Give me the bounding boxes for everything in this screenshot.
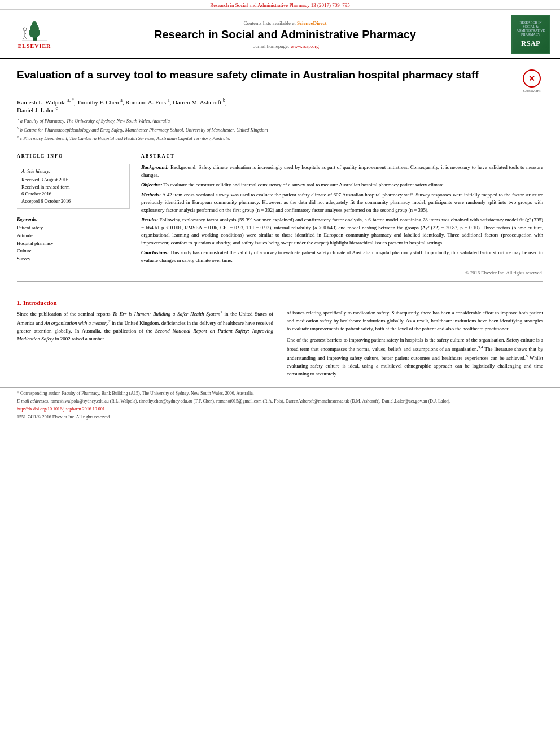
affiliation-a: a a Faculty of Pharmacy, The University … — [17, 116, 543, 125]
history-label: Article history: — [21, 168, 125, 175]
affiliation-c: c c Pharmacy Department, The Canberra Ho… — [17, 134, 543, 142]
crossmark-badge: ✕ CrossMark — [520, 69, 543, 93]
email-addresses: ramesh.walpola@sydney.edu.au (R.L. Walpo… — [51, 399, 450, 404]
intro-left-para: Since the publication of the seminal rep… — [17, 309, 273, 343]
abstract-header: ABSTRACT — [141, 152, 543, 160]
journal-top-bar: Research in Social and Administrative Ph… — [0, 0, 560, 10]
elsevier-logo: ELSEVIER — [12, 19, 57, 50]
received-revised-label: Received in revised form — [21, 184, 125, 191]
two-col-section: ARTICLE INFO Article history: Received 3… — [17, 152, 543, 276]
issn-line: 1551-7411/© 2016 Elsevier Inc. All right… — [17, 414, 543, 421]
copyright-line: © 2016 Elsevier Inc. All rights reserved… — [141, 268, 543, 276]
keyword-4: Culture — [17, 247, 130, 255]
elsevier-logo-area: ELSEVIER — [9, 15, 60, 54]
keyword-1: Patient safety — [17, 224, 130, 232]
divider-1 — [17, 147, 543, 147]
rsap-acronym: RSAP — [521, 39, 540, 48]
authors-line: Ramesh L. Walpola a, *, Timothy F. Chen … — [17, 98, 543, 113]
article-history-box: Article history: Received 3 August 2016 … — [17, 164, 130, 209]
keywords-box: Keywords: Patient safety Attitude Hospit… — [17, 213, 130, 265]
abstract-text: Background: Background: Safety climate e… — [141, 164, 543, 264]
elsevier-tree-icon — [19, 20, 50, 42]
journal-homepage: journal homepage: www.rsap.org — [251, 43, 319, 49]
article-title: Evaluation of a survey tool to measure s… — [17, 68, 514, 82]
affiliations: a a Faculty of Pharmacy, The University … — [17, 116, 543, 142]
article-info-col: ARTICLE INFO Article history: Received 3… — [17, 152, 130, 276]
abstract-conclusions: Conclusions: This study has demonstrated… — [141, 249, 543, 264]
crossmark-label: CrossMark — [523, 89, 540, 93]
doi-text[interactable]: http://dx.doi.org/10.1016/j.sapharm.2016… — [17, 407, 105, 412]
rsap-logo-text: RESEARCH IN SOCIAL & ADMINISTRATIVE PHAR… — [515, 21, 546, 37]
abstract-results: Results: Following exploratory factor an… — [141, 216, 543, 247]
sciencedirect-link-text[interactable]: ScienceDirect — [297, 20, 326, 26]
keywords-label: Keywords: — [17, 216, 130, 224]
article-info-header: ARTICLE INFO — [17, 152, 130, 160]
crossmark-icon: ✕ — [523, 69, 541, 88]
svg-line-7 — [23, 33, 25, 34]
received-date: Received 3 August 2016 — [21, 176, 125, 184]
journal-title: Research in Social and Administrative Ph… — [154, 28, 416, 41]
article-footer: * Corresponding author. Faculty of Pharm… — [0, 387, 560, 424]
keyword-3: Hospital pharmacy — [17, 240, 130, 248]
abstract-background: Background: Background: Safety climate e… — [141, 164, 543, 179]
journal-citation: Research in Social and Administrative Ph… — [210, 2, 349, 8]
abstract-col: ABSTRACT Background: Background: Safety … — [141, 152, 543, 276]
svg-point-5 — [23, 28, 27, 31]
article-title-section: Evaluation of a survey tool to measure s… — [17, 68, 543, 93]
intro-two-col: Since the publication of the seminal rep… — [17, 309, 543, 382]
abstract-objective: Objective: To evaluate the construct val… — [141, 181, 543, 189]
sciencedirect-line: Contents lists available at ScienceDirec… — [244, 20, 327, 26]
intro-right-para-2: One of the greatest barriers to improvin… — [287, 337, 543, 378]
received-revised-date: 6 October 2016 — [21, 190, 125, 198]
intro-title: 1. Introduction — [17, 299, 543, 306]
rsap-logo-area: RESEARCH IN SOCIAL & ADMINISTRATIVE PHAR… — [510, 15, 551, 54]
corresponding-note: * Corresponding author. Faculty of Pharm… — [17, 390, 543, 397]
svg-line-8 — [25, 33, 27, 34]
header-section: ELSEVIER Contents lists available at Sci… — [0, 10, 560, 59]
intro-right-col: of issues relating specifically to medic… — [287, 309, 543, 382]
svg-point-3 — [32, 21, 37, 27]
svg-line-10 — [25, 36, 27, 39]
doi-line: http://dx.doi.org/10.1016/j.sapharm.2016… — [17, 406, 543, 413]
header-center: Contents lists available at ScienceDirec… — [65, 15, 505, 54]
accepted-date: Accepted 6 October 2016 — [21, 198, 125, 205]
intro-right-para-1: of issues relating specifically to medic… — [287, 309, 543, 333]
using-text: using — [362, 363, 374, 369]
article-main: Evaluation of a survey tool to measure s… — [0, 59, 560, 292]
abstract-methods: Methods: A 42 item cross-sectional surve… — [141, 191, 543, 215]
email-label: E-mail addresses: — [17, 399, 50, 404]
intro-section: 1. Introduction Since the publication of… — [0, 292, 560, 387]
affiliation-b: b b Centre for Pharmacoepidemiology and … — [17, 125, 543, 134]
email-note: E-mail addresses: ramesh.walpola@sydney.… — [17, 398, 543, 405]
keyword-5: Survey — [17, 255, 130, 263]
page-wrapper: Research in Social and Administrative Ph… — [0, 0, 560, 424]
intro-left-col: Since the publication of the seminal rep… — [17, 309, 273, 382]
keyword-2: Attitude — [17, 232, 130, 240]
rsap-logo: RESEARCH IN SOCIAL & ADMINISTRATIVE PHAR… — [511, 15, 550, 54]
journal-url[interactable]: www.rsap.org — [291, 43, 319, 49]
svg-line-9 — [23, 36, 25, 39]
elsevier-text: ELSEVIER — [18, 43, 51, 49]
divider-2 — [17, 281, 543, 282]
